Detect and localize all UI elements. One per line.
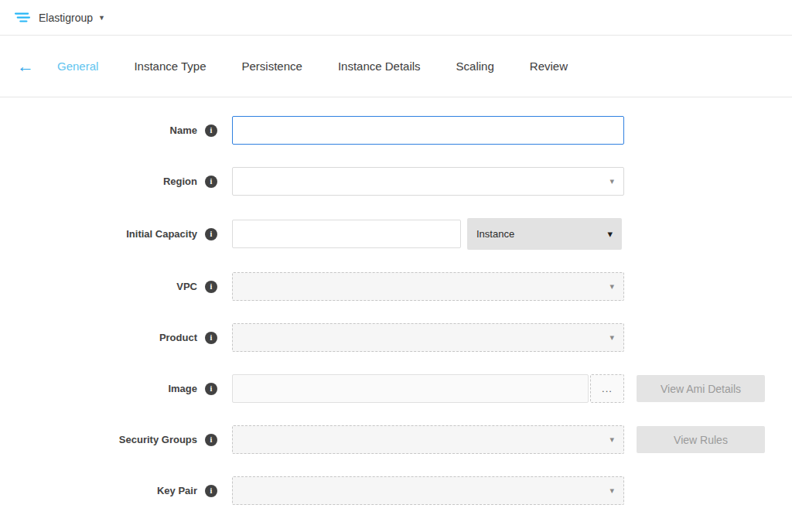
initial-capacity-label: Initial Capacity [126, 228, 197, 240]
region-label: Region [163, 176, 197, 187]
form-row-security-groups: Security Groups i ▾ View Rules [0, 425, 792, 454]
form-row-vpc: VPC i ▾ [0, 272, 792, 301]
chevron-down-icon: ▾ [607, 228, 613, 240]
vpc-label: VPC [176, 281, 197, 292]
image-label: Image [168, 383, 197, 394]
name-input[interactable] [232, 116, 624, 145]
name-label: Name [170, 124, 197, 136]
top-bar: Elastigroup ▼ [0, 0, 792, 36]
form-row-image: Image i ... View Ami Details [0, 374, 792, 403]
region-dropdown[interactable]: ▾ [232, 167, 624, 196]
tab-general[interactable]: General [57, 60, 98, 73]
image-input[interactable] [232, 374, 589, 403]
product-label: Product [159, 332, 197, 343]
form-row-key-pair: Key Pair i ▾ [0, 476, 792, 505]
security-groups-label: Security Groups [119, 434, 197, 445]
back-arrow-icon[interactable]: ← [17, 58, 57, 75]
chevron-down-icon: ▾ [609, 332, 614, 343]
general-settings-form: Name i Region i ▾ Initial Capacity i Ins… [0, 97, 792, 505]
image-info-icon[interactable]: i [205, 383, 217, 395]
vpc-dropdown[interactable]: ▾ [232, 272, 624, 301]
capacity-unit-dropdown[interactable]: Instance ▾ [467, 218, 622, 250]
view-ami-details-button[interactable]: View Ami Details [637, 375, 765, 402]
chevron-down-icon: ▾ [609, 176, 614, 186]
region-info-icon[interactable]: i [205, 176, 217, 188]
wizard-tab-bar: ← General Instance Type Persistence Inst… [0, 36, 792, 97]
key-pair-info-icon[interactable]: i [205, 485, 217, 497]
tab-instance-type[interactable]: Instance Type [134, 60, 206, 73]
product-info-icon[interactable]: i [205, 332, 217, 344]
image-browse-button[interactable]: ... [590, 374, 624, 403]
name-info-icon[interactable]: i [205, 124, 217, 137]
tab-scaling[interactable]: Scaling [456, 60, 494, 73]
brand-label: Elastigroup [39, 12, 93, 24]
form-row-name: Name i [0, 116, 792, 145]
elastigroup-logo-icon [14, 11, 31, 25]
initial-capacity-input[interactable] [232, 220, 461, 248]
product-dropdown[interactable]: ▾ [232, 323, 624, 352]
brand-dropdown-caret-icon[interactable]: ▼ [98, 14, 105, 22]
chevron-down-icon: ▾ [609, 435, 614, 445]
security-groups-info-icon[interactable]: i [205, 434, 217, 446]
chevron-down-icon: ▾ [609, 486, 614, 496]
tab-instance-details[interactable]: Instance Details [338, 60, 421, 73]
security-groups-dropdown[interactable]: ▾ [232, 425, 624, 454]
form-row-initial-capacity: Initial Capacity i Instance ▾ [0, 218, 792, 250]
tab-review[interactable]: Review [530, 60, 568, 73]
image-field-group: ... [232, 374, 624, 403]
capacity-unit-value: Instance [476, 228, 514, 240]
key-pair-dropdown[interactable]: ▾ [232, 476, 624, 505]
form-row-product: Product i ▾ [0, 323, 792, 352]
initial-capacity-info-icon[interactable]: i [205, 228, 217, 240]
tab-persistence[interactable]: Persistence [242, 60, 302, 73]
view-rules-button[interactable]: View Rules [637, 426, 765, 453]
chevron-down-icon: ▾ [609, 281, 614, 292]
vpc-info-icon[interactable]: i [205, 281, 217, 293]
form-row-region: Region i ▾ [0, 167, 792, 196]
key-pair-label: Key Pair [157, 485, 197, 496]
